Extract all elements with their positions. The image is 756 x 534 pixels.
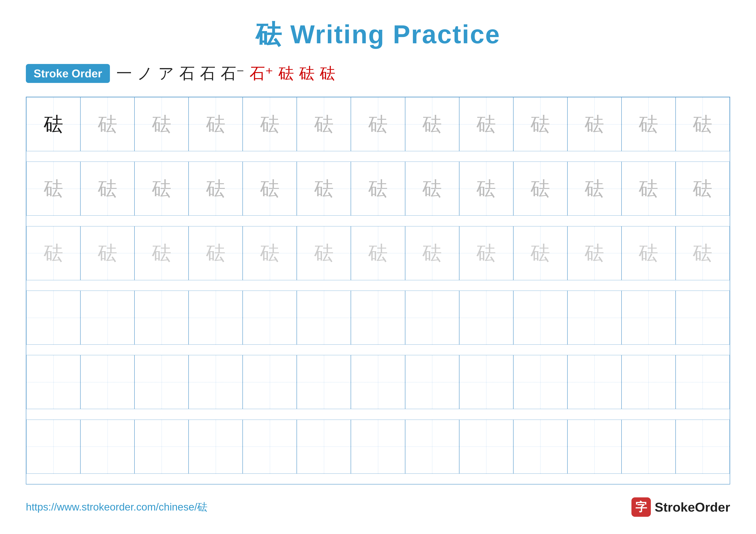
grid-cell[interactable]: 砝 xyxy=(134,97,189,151)
grid-cell[interactable]: 砝 xyxy=(405,162,459,216)
grid-cell[interactable]: 砝 xyxy=(405,226,459,280)
grid-cell[interactable]: 砝 xyxy=(134,226,189,280)
logo-char: 字 xyxy=(635,499,647,515)
grid-cell[interactable] xyxy=(243,355,297,409)
cell-char: 砝 xyxy=(639,114,658,134)
cell-char: 砝 xyxy=(206,179,226,198)
grid-cell[interactable] xyxy=(405,291,459,345)
cell-char: 砝 xyxy=(368,179,388,198)
cell-char: 砝 xyxy=(530,243,550,263)
grid-cell[interactable] xyxy=(243,291,297,345)
grid-cell[interactable]: 砝 xyxy=(513,226,567,280)
grid-cell[interactable]: 砝 xyxy=(80,162,134,216)
grid-cell[interactable] xyxy=(459,355,513,409)
grid-cell[interactable]: 砝 xyxy=(513,97,567,151)
footer-url[interactable]: https://www.strokeorder.com/chinese/砝 xyxy=(26,500,207,514)
grid-cell[interactable]: 砝 xyxy=(243,97,297,151)
grid-cell[interactable]: 砝 xyxy=(567,97,622,151)
grid-cell[interactable]: 砝 xyxy=(189,162,243,216)
grid-cell[interactable]: 砝 xyxy=(622,97,676,151)
grid-cell[interactable] xyxy=(567,355,622,409)
grid-cell[interactable] xyxy=(405,355,459,409)
grid-cell[interactable] xyxy=(26,355,80,409)
grid-cell[interactable] xyxy=(567,420,622,474)
cell-char: 砝 xyxy=(476,243,496,263)
grid-cell[interactable]: 砝 xyxy=(351,226,405,280)
grid-cell[interactable] xyxy=(676,420,730,474)
grid-cell[interactable]: 砝 xyxy=(567,226,622,280)
grid-cell[interactable]: 砝 xyxy=(189,97,243,151)
grid-cell[interactable] xyxy=(622,355,676,409)
grid-cell[interactable]: 砝 xyxy=(80,97,134,151)
cell-char: 砝 xyxy=(530,179,550,198)
grid-cell[interactable] xyxy=(297,291,351,345)
grid-cell[interactable]: 砝 xyxy=(459,97,513,151)
stroke-sequence: 一 ノ ア 石 石 石⁻ 石⁺ 砝 砝 砝 xyxy=(116,63,335,84)
grid-cell[interactable] xyxy=(351,355,405,409)
grid-cell[interactable] xyxy=(80,420,134,474)
cell-char: 砝 xyxy=(44,243,63,263)
grid-cell[interactable]: 砝 xyxy=(351,162,405,216)
grid-cell[interactable]: 砝 xyxy=(676,226,730,280)
grid-cell[interactable]: 砝 xyxy=(676,97,730,151)
cell-char: 砝 xyxy=(260,243,280,263)
cell-char: 砝 xyxy=(368,114,388,134)
grid-cell[interactable] xyxy=(134,291,189,345)
grid-cell[interactable] xyxy=(459,420,513,474)
grid-cell[interactable]: 砝 xyxy=(26,97,80,151)
cell-char: 砝 xyxy=(44,114,63,134)
grid-cell[interactable] xyxy=(622,420,676,474)
grid-cell[interactable]: 砝 xyxy=(459,226,513,280)
cell-char: 砝 xyxy=(152,243,171,263)
grid-cell[interactable] xyxy=(567,291,622,345)
grid-cell[interactable] xyxy=(459,291,513,345)
grid-cell[interactable]: 砝 xyxy=(567,162,622,216)
grid-cell[interactable]: 砝 xyxy=(297,162,351,216)
stroke-3: ア xyxy=(158,63,174,84)
grid-cell[interactable] xyxy=(80,355,134,409)
grid-cell[interactable] xyxy=(513,355,567,409)
grid-cell[interactable] xyxy=(297,420,351,474)
stroke-7: 石⁺ xyxy=(250,63,273,84)
grid-cell[interactable] xyxy=(622,291,676,345)
cell-char: 砝 xyxy=(422,114,442,134)
grid-cell[interactable]: 砝 xyxy=(622,162,676,216)
grid-cell[interactable] xyxy=(676,291,730,345)
grid-cell[interactable] xyxy=(405,420,459,474)
grid-cell[interactable]: 砝 xyxy=(189,226,243,280)
grid-cell[interactable]: 砝 xyxy=(622,226,676,280)
grid-cell[interactable]: 砝 xyxy=(243,162,297,216)
grid-cell[interactable]: 砝 xyxy=(513,162,567,216)
logo-text: StrokeOrder xyxy=(655,500,730,515)
grid-cell[interactable]: 砝 xyxy=(459,162,513,216)
cell-char: 砝 xyxy=(585,243,604,263)
cell-char: 砝 xyxy=(693,114,712,134)
grid-cell[interactable]: 砝 xyxy=(351,97,405,151)
grid-cell[interactable]: 砝 xyxy=(26,162,80,216)
grid-cell[interactable] xyxy=(676,355,730,409)
grid-cell[interactable]: 砝 xyxy=(676,162,730,216)
grid-cell[interactable] xyxy=(351,420,405,474)
grid-cell[interactable] xyxy=(134,420,189,474)
stroke-10: 砝 xyxy=(320,63,335,84)
grid-cell[interactable] xyxy=(513,291,567,345)
grid-cell[interactable]: 砝 xyxy=(134,162,189,216)
grid-cell[interactable] xyxy=(351,291,405,345)
grid-cell[interactable] xyxy=(26,291,80,345)
grid-cell[interactable]: 砝 xyxy=(26,226,80,280)
grid-cell[interactable] xyxy=(297,355,351,409)
cell-char: 砝 xyxy=(422,179,442,198)
grid-cell[interactable]: 砝 xyxy=(297,226,351,280)
grid-cell[interactable] xyxy=(243,420,297,474)
grid-cell[interactable] xyxy=(189,355,243,409)
grid-cell[interactable] xyxy=(513,420,567,474)
grid-cell[interactable] xyxy=(80,291,134,345)
grid-cell[interactable] xyxy=(26,420,80,474)
grid-cell[interactable] xyxy=(189,291,243,345)
grid-cell[interactable] xyxy=(189,420,243,474)
grid-cell[interactable]: 砝 xyxy=(297,97,351,151)
grid-cell[interactable]: 砝 xyxy=(405,97,459,151)
grid-cell[interactable] xyxy=(134,355,189,409)
grid-cell[interactable]: 砝 xyxy=(80,226,134,280)
grid-cell[interactable]: 砝 xyxy=(243,226,297,280)
